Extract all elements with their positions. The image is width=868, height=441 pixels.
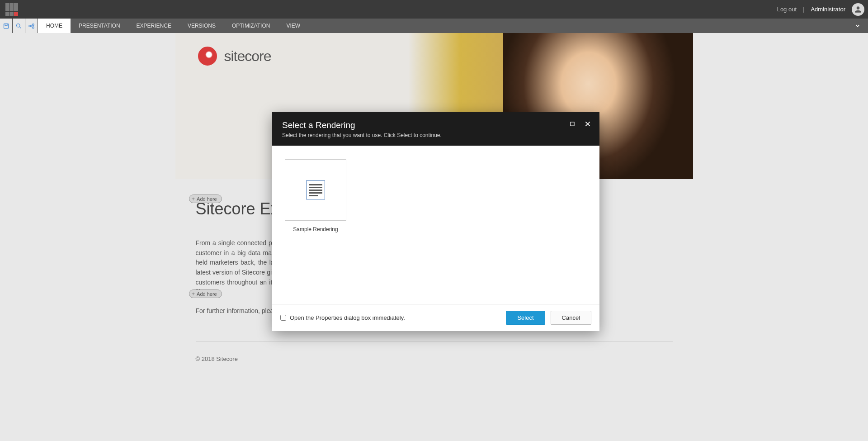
tab-view[interactable]: VIEW	[278, 19, 308, 33]
open-properties-checkbox-label[interactable]: Open the Properties dialog box immediate…	[280, 314, 405, 321]
footer-copyright: © 2018 Sitecore	[196, 356, 673, 385]
add-here-label: Add here	[197, 291, 217, 297]
tab-home[interactable]: HOME	[38, 19, 71, 33]
plus-icon: +	[192, 290, 195, 297]
select-rendering-dialog: Select a Rendering Select the rendering …	[272, 112, 599, 331]
separator: |	[803, 6, 804, 13]
save-icon[interactable]	[0, 19, 13, 33]
tab-versions[interactable]: VERSIONS	[179, 19, 224, 33]
rendering-thumbnail	[285, 159, 346, 221]
svg-rect-0	[4, 24, 9, 28]
checkbox-text: Open the Properties dialog box immediate…	[290, 314, 405, 321]
workflow-icon[interactable]	[25, 19, 38, 33]
dialog-subtitle: Select the rendering that you want to us…	[282, 132, 590, 138]
divider	[196, 341, 673, 342]
add-component-button-top[interactable]: + Add here	[189, 194, 222, 203]
document-icon	[306, 180, 325, 199]
svg-line-7	[31, 25, 33, 26]
current-user-label[interactable]: Administrator	[811, 6, 845, 13]
sitecore-logo-icon	[198, 47, 217, 66]
svg-point-5	[32, 24, 34, 25]
rendering-label: Sample Rendering	[285, 226, 346, 232]
add-here-label: Add here	[197, 196, 217, 202]
rendering-option-sample[interactable]: Sample Rendering	[285, 159, 346, 232]
logout-link[interactable]: Log out	[777, 6, 797, 13]
search-icon[interactable]	[13, 19, 25, 33]
tab-experience[interactable]: EXPERIENCE	[128, 19, 179, 33]
dialog-title: Select a Rendering	[282, 120, 590, 130]
svg-rect-9	[571, 122, 574, 126]
ribbon-tabs: HOME PRESENTATION EXPERIENCE VERSIONS OP…	[0, 19, 868, 33]
close-icon[interactable]	[584, 120, 591, 128]
brand-text: sitecore	[224, 48, 271, 65]
plus-icon: +	[192, 195, 195, 202]
sitecore-launchpad-icon[interactable]	[5, 3, 18, 16]
svg-point-6	[32, 26, 34, 28]
cancel-button[interactable]: Cancel	[551, 311, 591, 325]
top-app-bar: Log out | Administrator	[0, 0, 868, 19]
svg-line-8	[31, 26, 33, 27]
user-avatar-icon[interactable]	[852, 3, 864, 16]
ribbon-collapse-icon[interactable]	[854, 19, 861, 33]
select-button[interactable]: Select	[506, 311, 545, 325]
maximize-icon[interactable]	[569, 120, 576, 128]
svg-line-3	[19, 27, 21, 28]
svg-rect-1	[5, 24, 7, 25]
open-properties-checkbox[interactable]	[280, 315, 286, 321]
svg-point-2	[17, 24, 20, 27]
tab-presentation[interactable]: PRESENTATION	[71, 19, 128, 33]
add-component-button-bottom[interactable]: + Add here	[189, 289, 222, 298]
svg-point-4	[29, 25, 31, 27]
tab-optimization[interactable]: OPTIMIZATION	[224, 19, 278, 33]
